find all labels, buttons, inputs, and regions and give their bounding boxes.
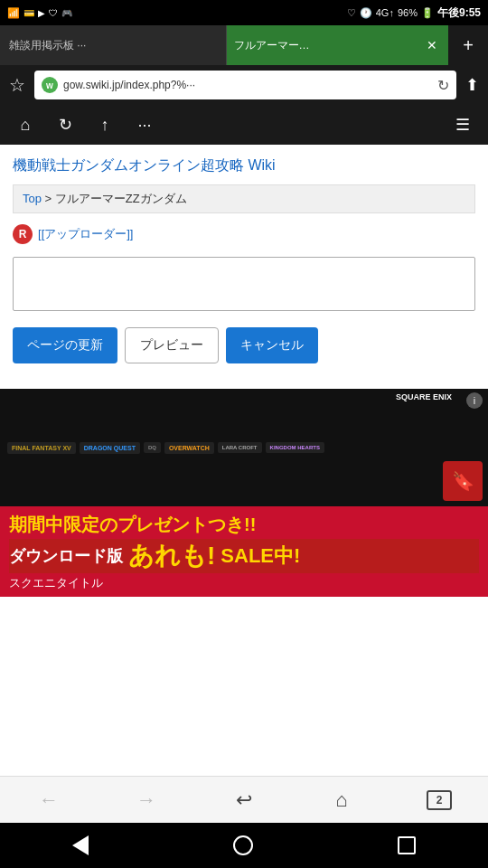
youtube-icon: ▶: [38, 8, 45, 18]
bottom-nav: ← → ↩ ⌂ 2: [0, 776, 488, 823]
battery-icon: 🔋: [421, 7, 434, 19]
share-button[interactable]: ⬆: [462, 71, 483, 99]
new-tab-button[interactable]: +: [448, 25, 488, 65]
tabs-count: 2: [427, 790, 452, 810]
browser-nav-bar: ⌂ ↻ ↑ ··· ☰: [0, 105, 488, 145]
share-icon: ⬆: [465, 76, 479, 94]
ad-line2: ダウンロード版 あれも! SALE中!: [9, 539, 479, 573]
star-icon: ☆: [9, 75, 25, 95]
refresh-icon[interactable]: ↻: [437, 77, 449, 94]
r-badge: R: [13, 224, 33, 244]
share-page-icon: ↩: [236, 788, 252, 812]
tab-bar: 雑談用掲示板 ··· フルアーマー… ✕ +: [0, 25, 488, 65]
kh-logo: KINGDOM HEARTS: [266, 442, 324, 453]
tab-active-label: フルアーマー…: [234, 38, 310, 53]
android-home-button[interactable]: [226, 828, 260, 863]
forward-icon: →: [136, 788, 156, 812]
back-triangle-icon: [72, 835, 89, 855]
game-logos: FINAL FANTASY XV DRAGON QUEST DQ OVERWAT…: [7, 442, 324, 454]
browser-home-icon: ⌂: [335, 788, 347, 812]
forward-button[interactable]: →: [98, 777, 195, 823]
status-right: ♡ 🕐 4G↑ 96% 🔋 午後9:55: [347, 5, 481, 21]
tab-active[interactable]: フルアーマー… ✕: [227, 25, 449, 65]
breadcrumb-top-link[interactable]: Top: [23, 192, 42, 205]
url-text: gow.swiki.jp/index.php?%···: [63, 79, 432, 91]
ad-info-button[interactable]: i: [466, 392, 483, 409]
lc-logo: LARA CROFT: [218, 442, 262, 453]
ad-download-text: ダウンロード版: [9, 545, 123, 567]
more-icon: ···: [137, 116, 151, 135]
breadcrumb-current: フルアーマーZZガンダム: [55, 192, 187, 205]
sim-icon: 📶: [7, 7, 20, 19]
action-buttons: ページの更新 プレビュー キャンセル: [13, 327, 475, 363]
back-icon: ←: [39, 788, 59, 812]
breadcrumb-separator: >: [45, 192, 52, 205]
dx-logo: DQ: [144, 442, 161, 453]
page-content: 機動戦士ガンダムオンライン超攻略 Wiki Top > フルアーマーZZガンダム…: [0, 145, 488, 389]
ad-banner[interactable]: FINAL FANTASY XV DRAGON QUEST DQ OVERWAT…: [0, 389, 488, 597]
page-title-link[interactable]: 機動戦士ガンダムオンライン超攻略 Wiki: [13, 156, 475, 175]
new-tab-icon: +: [463, 35, 474, 56]
cancel-button[interactable]: キャンセル: [226, 327, 318, 363]
reload-button[interactable]: ↻: [47, 108, 83, 141]
bookmark-button[interactable]: ☆: [5, 71, 29, 99]
tab-inactive-label: 雑談用掲示板 ···: [9, 38, 86, 53]
wallet-icon: 💳: [23, 8, 34, 18]
time-display: 午後9:55: [437, 5, 481, 21]
android-recent-button[interactable]: [390, 829, 423, 862]
bookmark-icon: 🔖: [452, 470, 474, 492]
back-button[interactable]: ←: [0, 777, 98, 823]
ad-highlight-text: あれも!: [128, 539, 215, 573]
tab-close-button[interactable]: ✕: [423, 36, 441, 54]
browser-home-button[interactable]: ⌂: [293, 777, 390, 823]
ad-bookmark-button[interactable]: 🔖: [443, 461, 483, 501]
network-icon: 4G↑: [376, 7, 394, 18]
tabs-button[interactable]: 2: [390, 777, 488, 823]
uploader-label: [アップローダー]: [42, 227, 130, 241]
square-enix-logo: SQUARE ENIX: [396, 392, 452, 401]
android-nav: [0, 823, 488, 868]
site-icon: w: [42, 77, 58, 93]
dq-logo: DRAGON QUEST: [80, 442, 140, 454]
uploader-row: R [[アップローダー]]: [13, 224, 475, 244]
heart-icon: ♡: [347, 7, 356, 19]
preview-button[interactable]: プレビュー: [125, 327, 219, 363]
ow-logo: OVERWATCH: [164, 442, 214, 454]
home-circle-icon: [233, 835, 253, 855]
ff-logo: FINAL FANTASY XV: [7, 442, 76, 454]
ad-top: FINAL FANTASY XV DRAGON QUEST DQ OVERWAT…: [0, 389, 488, 506]
ad-sub-text: スクエニタイトル: [9, 575, 479, 591]
scroll-top-button[interactable]: ↑: [87, 108, 123, 141]
uploader-link[interactable]: [[アップローダー]]: [38, 226, 133, 242]
android-back-button[interactable]: [65, 828, 96, 863]
reload-icon: ↻: [59, 115, 72, 135]
battery-percent: 96%: [398, 7, 418, 18]
game-icon: 🎮: [61, 8, 72, 18]
address-bar: ☆ w gow.swiki.jp/index.php?%··· ↻ ⬆: [0, 65, 488, 105]
shield-icon: 🛡: [49, 8, 58, 18]
ad-bottom: 期間中限定のプレゼントつき!! ダウンロード版 あれも! SALE中! スクエニ…: [0, 506, 488, 597]
home-button[interactable]: ⌂: [7, 108, 43, 141]
ad-sale-text: SALE中!: [221, 542, 300, 570]
clock-icon: 🕐: [360, 7, 372, 19]
status-left-icons: 📶 💳 ▶ 🛡 🎮: [7, 7, 72, 19]
ad-line1: 期間中限定のプレゼントつき!!: [9, 513, 479, 537]
url-bar[interactable]: w gow.swiki.jp/index.php?%··· ↻: [34, 71, 456, 99]
menu-icon: ☰: [455, 115, 470, 135]
home-icon: ⌂: [21, 116, 31, 135]
more-button[interactable]: ···: [127, 108, 163, 141]
recent-square-icon: [398, 836, 416, 854]
up-icon: ↑: [101, 116, 109, 135]
breadcrumb: Top > フルアーマーZZガンダム: [13, 184, 475, 213]
update-button[interactable]: ページの更新: [13, 327, 117, 363]
share-page-button[interactable]: ↩: [195, 777, 293, 823]
tab-inactive[interactable]: 雑談用掲示板 ···: [0, 25, 227, 65]
menu-button[interactable]: ☰: [445, 108, 481, 141]
status-bar: 📶 💳 ▶ 🛡 🎮 ♡ 🕐 4G↑ 96% 🔋 午後9:55: [0, 0, 488, 25]
edit-textarea[interactable]: [13, 257, 475, 311]
